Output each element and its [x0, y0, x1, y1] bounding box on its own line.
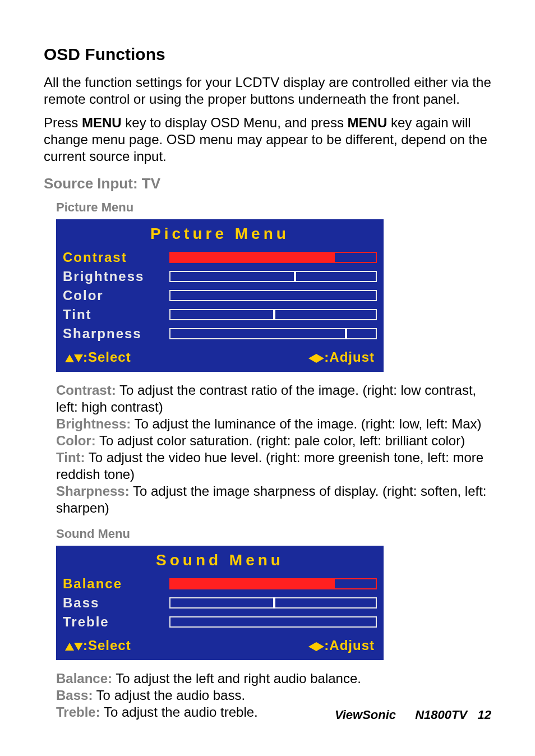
osd-row-label: Color: [63, 288, 169, 303]
description-line: Balance: To adjust the left and right au…: [56, 670, 491, 687]
triangle-up-icon: [65, 354, 74, 362]
description-line: Tint: To adjust the video hue level. (ri…: [56, 449, 491, 483]
osd-row-label: Sharpness: [63, 326, 169, 342]
triangle-left-icon: [308, 354, 316, 363]
osd-slider[interactable]: [169, 328, 377, 339]
triangle-right-icon: [316, 354, 324, 363]
osd-adjust-hint: :Adjust: [308, 638, 375, 653]
menu-key-label: MENU: [348, 115, 388, 130]
description-text: To adjust the contrast ratio of the imag…: [56, 382, 476, 414]
svg-marker-2: [308, 354, 316, 363]
osd-title: Sound Menu: [63, 551, 377, 569]
svg-marker-0: [65, 354, 74, 362]
picture-descriptions: Contrast: To adjust the contrast ratio o…: [56, 382, 491, 517]
osd-select-hint: :Select: [65, 638, 131, 653]
osd-row[interactable]: Bass: [63, 594, 377, 612]
description-text: To adjust the luminance of the image. (r…: [131, 416, 481, 431]
description-label: Brightness:: [56, 416, 131, 431]
intro-paragraph-2: Press MENU key to display OSD Menu, and …: [44, 114, 491, 165]
description-label: Tint:: [56, 450, 85, 465]
osd-title: Picture Menu: [63, 225, 377, 243]
osd-slider-marker: [273, 309, 275, 320]
osd-slider[interactable]: [169, 309, 377, 320]
osd-row[interactable]: Sharpness: [63, 325, 377, 343]
triangle-right-icon: [316, 642, 324, 651]
description-text: To adjust the left and right audio balan…: [112, 671, 361, 686]
description-text: To adjust color saturation. (right: pale…: [96, 433, 465, 448]
triangle-down-icon: [74, 354, 83, 362]
description-text: To adjust the audio treble.: [100, 704, 258, 720]
footer-brand: ViewSonic: [335, 708, 396, 722]
picture-menu-heading: Picture Menu: [56, 200, 491, 215]
osd-slider[interactable]: [169, 578, 377, 589]
description-label: Sharpness:: [56, 483, 130, 499]
intro-paragraph-1: All the function settings for your LCDTV…: [44, 74, 491, 108]
svg-marker-1: [74, 354, 83, 362]
osd-slider-marker: [294, 271, 296, 282]
osd-adjust-hint: :Adjust: [308, 349, 375, 365]
osd-row-label: Bass: [63, 595, 169, 611]
osd-row[interactable]: Treble: [63, 613, 377, 631]
svg-marker-3: [316, 354, 324, 363]
osd-row-label: Treble: [63, 614, 169, 630]
osd-row[interactable]: Brightness: [63, 268, 377, 285]
description-label: Balance:: [56, 671, 112, 686]
footer-model: N1800TV: [415, 708, 467, 722]
footer-page-number: 12: [478, 708, 491, 722]
osd-adjust-text: :Adjust: [324, 638, 375, 653]
osd-adjust-text: :Adjust: [324, 349, 375, 365]
osd-row[interactable]: Color: [63, 287, 377, 305]
osd-row-label: Tint: [63, 307, 169, 322]
description-label: Contrast:: [56, 382, 116, 398]
description-line: Contrast: To adjust the contrast ratio o…: [56, 382, 491, 416]
description-line: Sharpness: To adjust the image sharpness…: [56, 483, 491, 517]
osd-slider-marker: [345, 328, 347, 339]
osd-slider[interactable]: [169, 290, 377, 301]
description-line: Color: To adjust color saturation. (righ…: [56, 432, 491, 449]
menu-key-label: MENU: [82, 115, 122, 130]
osd-slider[interactable]: [169, 252, 377, 263]
osd-slider[interactable]: [169, 616, 377, 628]
osd-slider-fill: [170, 579, 335, 588]
osd-select-text: :Select: [83, 349, 131, 365]
osd-footer: :Select :Adjust: [65, 638, 375, 653]
osd-row[interactable]: Balance: [63, 575, 377, 593]
osd-select-text: :Select: [83, 638, 131, 653]
description-line: Brightness: To adjust the luminance of t…: [56, 416, 491, 432]
osd-rows-picture: ContrastBrightnessColorTintSharpness: [63, 248, 377, 343]
osd-row[interactable]: Tint: [63, 306, 377, 324]
osd-footer: :Select :Adjust: [65, 349, 375, 365]
svg-marker-7: [316, 642, 324, 651]
description-text: To adjust the video hue level. (right: m…: [56, 450, 483, 482]
osd-select-hint: :Select: [65, 349, 131, 365]
description-label: Color:: [56, 433, 96, 448]
svg-marker-5: [74, 643, 83, 651]
osd-row-label: Balance: [63, 576, 169, 592]
document-page: OSD Functions All the function settings …: [0, 0, 535, 756]
page-footer: ViewSonic N1800TV 12: [335, 708, 491, 722]
svg-marker-4: [65, 643, 74, 651]
svg-marker-6: [308, 642, 316, 651]
osd-rows-sound: BalanceBassTreble: [63, 575, 377, 631]
osd-slider[interactable]: [169, 271, 377, 282]
triangle-left-icon: [308, 642, 316, 651]
osd-row-label: Contrast: [63, 250, 169, 265]
osd-row[interactable]: Contrast: [63, 248, 377, 266]
osd-slider-fill: [170, 253, 335, 262]
osd-row-label: Brightness: [63, 269, 169, 284]
text: Press: [44, 115, 82, 130]
description-text: To adjust the audio bass.: [93, 688, 245, 703]
sound-menu-heading: Sound Menu: [56, 527, 491, 541]
picture-menu-osd: Picture Menu ContrastBrightnessColorTint…: [56, 219, 384, 372]
triangle-up-icon: [65, 643, 74, 651]
triangle-down-icon: [74, 643, 83, 651]
description-line: Bass: To adjust the audio bass.: [56, 687, 491, 704]
sound-menu-osd: Sound Menu BalanceBassTreble :Select :Ad…: [56, 546, 384, 660]
text: key to display OSD Menu, and press: [122, 115, 348, 130]
osd-slider[interactable]: [169, 597, 377, 609]
source-input-label: Source Input: TV: [44, 175, 491, 192]
description-label: Bass:: [56, 688, 93, 703]
page-heading: OSD Functions: [44, 45, 491, 64]
description-label: Treble:: [56, 704, 100, 720]
osd-slider-marker: [273, 597, 275, 609]
